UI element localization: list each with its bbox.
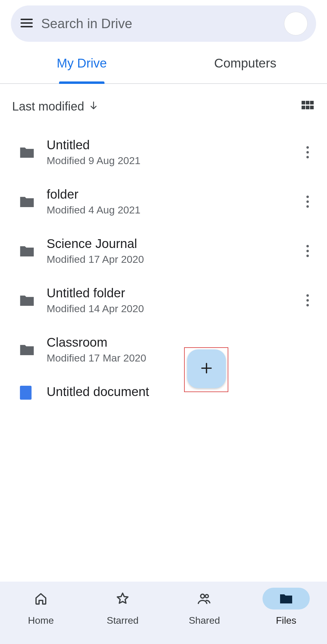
home-icon xyxy=(17,588,64,609)
svg-point-14 xyxy=(306,255,309,257)
nav-starred[interactable]: Starred xyxy=(82,588,164,644)
avatar[interactable] xyxy=(284,12,308,35)
tab-computers[interactable]: Computers xyxy=(164,43,327,83)
svg-point-12 xyxy=(306,245,309,247)
nav-label: Files xyxy=(276,615,296,626)
file-text: Untitled Modified 9 Aug 2021 xyxy=(47,138,289,167)
svg-point-23 xyxy=(205,595,208,598)
sort-button[interactable]: Last modified xyxy=(12,100,99,113)
nav-shared[interactable]: Shared xyxy=(164,588,245,644)
file-text: Untitled folder Modified 14 Apr 2020 xyxy=(47,286,289,315)
doc-icon xyxy=(19,385,35,401)
file-row[interactable]: Untitled Modified 9 Aug 2021 xyxy=(0,127,327,177)
star-icon xyxy=(99,588,146,609)
svg-point-6 xyxy=(306,146,309,149)
sort-row: Last modified xyxy=(0,84,327,127)
file-text: Science Journal Modified 17 Apr 2020 xyxy=(47,236,289,265)
file-list: Untitled Modified 9 Aug 2021 folder Modi… xyxy=(0,127,327,401)
svg-point-16 xyxy=(306,299,309,302)
folder-icon xyxy=(19,342,35,358)
file-modified: Modified 4 Aug 2021 xyxy=(47,204,289,216)
more-icon[interactable] xyxy=(300,196,315,208)
tab-my-drive[interactable]: My Drive xyxy=(0,43,164,83)
svg-rect-4 xyxy=(306,106,309,109)
file-name: folder xyxy=(47,187,289,202)
folder-icon xyxy=(19,292,35,309)
svg-point-22 xyxy=(201,594,205,598)
nav-label: Starred xyxy=(107,615,139,626)
more-icon[interactable] xyxy=(300,294,315,306)
file-modified: Modified 17 Mar 2020 xyxy=(47,352,289,364)
file-modified: Modified 9 Aug 2021 xyxy=(47,155,289,167)
more-icon[interactable] xyxy=(300,146,315,158)
search-bar[interactable]: Search in Drive xyxy=(11,5,316,42)
svg-point-8 xyxy=(306,156,309,158)
svg-point-10 xyxy=(306,200,309,203)
file-modified: Modified 17 Apr 2020 xyxy=(47,253,289,265)
svg-point-15 xyxy=(306,294,309,297)
add-fab[interactable] xyxy=(187,349,226,388)
more-icon[interactable] xyxy=(300,245,315,257)
folder-icon xyxy=(19,193,35,210)
people-icon xyxy=(181,588,228,609)
file-text: Untitled document xyxy=(47,385,315,401)
nav-home[interactable]: Home xyxy=(0,588,82,644)
nav-label: Shared xyxy=(189,615,220,626)
nav-label: Home xyxy=(28,615,54,626)
svg-point-17 xyxy=(306,304,309,306)
svg-rect-1 xyxy=(306,101,309,104)
search-placeholder[interactable]: Search in Drive xyxy=(41,16,277,31)
folder-filled-icon xyxy=(263,588,310,609)
file-name: Classroom xyxy=(47,335,289,350)
file-row[interactable]: Classroom Modified 17 Mar 2020 xyxy=(0,325,327,374)
svg-point-13 xyxy=(306,250,309,252)
file-row[interactable]: Untitled document xyxy=(0,374,327,401)
svg-point-11 xyxy=(306,205,309,208)
svg-rect-21 xyxy=(20,386,31,400)
file-name: Untitled document xyxy=(47,385,315,399)
grid-view-icon[interactable] xyxy=(300,98,315,114)
svg-rect-5 xyxy=(310,106,314,109)
file-text: Classroom Modified 17 Mar 2020 xyxy=(47,335,289,364)
menu-icon[interactable] xyxy=(19,16,34,31)
file-modified: Modified 14 Apr 2020 xyxy=(47,303,289,315)
file-row[interactable]: Science Journal Modified 17 Apr 2020 xyxy=(0,226,327,276)
sort-label-text: Last modified xyxy=(12,100,84,113)
file-name: Science Journal xyxy=(47,236,289,251)
file-text: folder Modified 4 Aug 2021 xyxy=(47,187,289,216)
svg-rect-2 xyxy=(310,101,314,104)
bottom-nav: Home Starred Shared Files xyxy=(0,582,327,644)
arrow-down-icon xyxy=(88,100,99,113)
file-row[interactable]: Untitled folder Modified 14 Apr 2020 xyxy=(0,276,327,325)
folder-icon xyxy=(19,144,35,160)
file-row[interactable]: folder Modified 4 Aug 2021 xyxy=(0,177,327,226)
svg-rect-0 xyxy=(302,101,305,104)
file-name: Untitled folder xyxy=(47,286,289,300)
tabs: My Drive Computers xyxy=(0,43,327,84)
svg-point-9 xyxy=(306,196,309,198)
file-name: Untitled xyxy=(47,138,289,152)
svg-rect-3 xyxy=(302,106,305,109)
folder-icon xyxy=(19,243,35,259)
nav-files[interactable]: Files xyxy=(245,588,327,644)
svg-point-7 xyxy=(306,151,309,154)
plus-icon xyxy=(200,361,213,376)
